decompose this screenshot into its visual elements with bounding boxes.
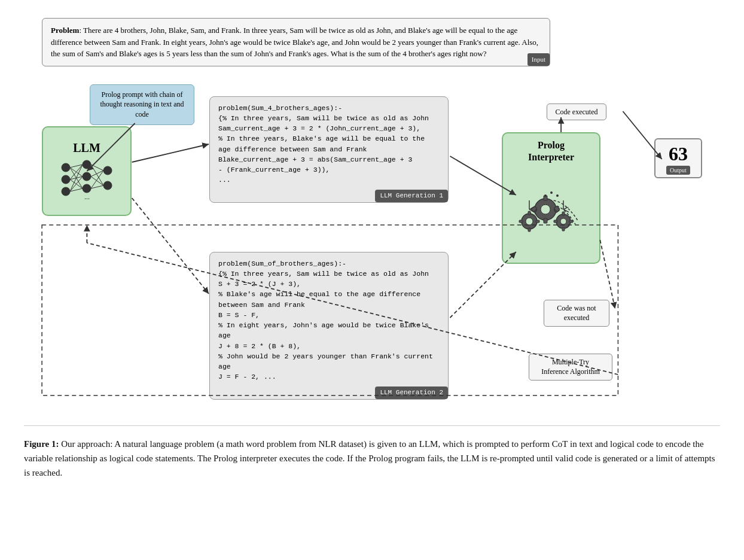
code-line: between Sam and Frank bbox=[218, 300, 440, 310]
figure-label: Figure 1: bbox=[24, 439, 59, 449]
svg-rect-44 bbox=[569, 220, 573, 223]
code-line: Sam_current_age + 3 = 2 * (John_current_… bbox=[218, 123, 440, 133]
problem-box: Problem: There are 4 brothers, John, Bla… bbox=[42, 18, 550, 66]
prolog-prompt-text: Prolog prompt with chain of thought reas… bbox=[100, 90, 184, 119]
code-box-2: problem(Sum_of_brothers_ages):- {% In th… bbox=[209, 252, 449, 400]
svg-point-6 bbox=[103, 166, 112, 175]
code-line: age bbox=[218, 361, 440, 372]
diagram-area: Prolog prompt with chain of thought reas… bbox=[24, 78, 720, 413]
prolog-prompt-box: Prolog prompt with chain of thought reas… bbox=[90, 84, 194, 125]
code-line: J = F - 2, ... bbox=[218, 372, 440, 382]
output-badge: Output bbox=[666, 166, 690, 175]
svg-point-46 bbox=[544, 194, 547, 197]
neural-net-icon: ... bbox=[57, 159, 117, 200]
prolog-interpreter-title: PrologInterpreter bbox=[528, 139, 574, 165]
svg-rect-38 bbox=[536, 220, 539, 223]
output-number: 63 bbox=[669, 144, 688, 163]
svg-rect-43 bbox=[562, 227, 565, 231]
code-executed-text: Code executed bbox=[556, 108, 598, 116]
code-line: age difference between Sam and Frank bbox=[218, 144, 440, 154]
code-line: {% In three years, Sam will be twice as … bbox=[218, 269, 440, 279]
svg-rect-36 bbox=[528, 211, 530, 215]
svg-point-3 bbox=[83, 160, 91, 169]
svg-line-21 bbox=[91, 176, 103, 185]
code-line: Blake_current_age + 3 = abs(Sam_current_… bbox=[218, 154, 440, 165]
code-line: % In three years, Blake's age will be eq… bbox=[218, 133, 440, 144]
input-badge: Input bbox=[527, 53, 550, 66]
main-container: Problem: There are 4 brothers, John, Bla… bbox=[0, 0, 744, 492]
svg-rect-27 bbox=[544, 218, 547, 223]
svg-point-25 bbox=[541, 205, 550, 214]
code-executed-label: Code executed bbox=[547, 104, 606, 121]
svg-rect-39 bbox=[519, 220, 523, 223]
svg-point-47 bbox=[550, 191, 553, 194]
code-line: S + 3 = 2 * (J + 3), bbox=[218, 279, 440, 289]
svg-text:...: ... bbox=[84, 193, 90, 200]
llm-box: LLM ... bbox=[42, 126, 132, 216]
figure-caption: Figure 1: Our approach: A natural langua… bbox=[24, 425, 720, 480]
code-badge-2: LLM Generation 2 bbox=[375, 386, 448, 399]
prolog-interpreter-icon bbox=[513, 168, 590, 245]
code-line: problem(Sum_4_brothers_ages):- bbox=[218, 103, 440, 113]
llm-title: LLM bbox=[73, 141, 100, 155]
code-badge-1: LLM Generation 1 bbox=[375, 190, 448, 202]
svg-rect-37 bbox=[528, 228, 530, 232]
code-line: ... bbox=[218, 175, 440, 185]
code-line: - (Frank_current_age + 3)), bbox=[218, 165, 440, 175]
output-box: 63 Output bbox=[654, 138, 702, 178]
code-line: problem(Sum_of_brothers_ages):- bbox=[218, 258, 440, 269]
svg-line-53 bbox=[132, 198, 209, 294]
svg-line-52 bbox=[132, 144, 209, 162]
code-line: B = S - F, bbox=[218, 310, 440, 320]
svg-point-1 bbox=[62, 175, 70, 184]
svg-rect-45 bbox=[554, 220, 557, 223]
code-line: % In eight years, John's age would be tw… bbox=[218, 320, 440, 341]
svg-point-0 bbox=[62, 163, 70, 172]
code-not-executed-label: Code was notexecuted bbox=[544, 300, 609, 327]
code-line: % Blake's age will be equal to the age d… bbox=[218, 289, 440, 299]
svg-point-41 bbox=[560, 218, 566, 224]
svg-point-48 bbox=[556, 194, 559, 197]
svg-line-58 bbox=[600, 240, 615, 309]
caption-text: Our approach: A natural language problem… bbox=[24, 439, 715, 477]
svg-rect-42 bbox=[562, 212, 565, 215]
code-box-1: problem(Sum_4_brothers_ages):- {% In thr… bbox=[209, 96, 449, 203]
multiple-try-label: Multiple-TryInference Algorithm bbox=[529, 354, 612, 381]
problem-label-body: : There are 4 brothers, John, Blake, Sam… bbox=[51, 26, 538, 58]
svg-point-5 bbox=[83, 184, 91, 193]
code-line: J + 8 = 2 * (B + 8), bbox=[218, 341, 440, 351]
svg-point-4 bbox=[83, 172, 91, 181]
code-line: % John would be 2 years younger than Fra… bbox=[218, 351, 440, 361]
problem-label-bold: Problem bbox=[51, 26, 79, 35]
svg-point-35 bbox=[526, 218, 533, 225]
svg-point-7 bbox=[103, 181, 112, 190]
prolog-interpreter-box: PrologInterpreter bbox=[502, 132, 600, 264]
svg-point-2 bbox=[62, 187, 70, 196]
code-line: {% In three years, Sam will be twice as … bbox=[218, 113, 440, 123]
